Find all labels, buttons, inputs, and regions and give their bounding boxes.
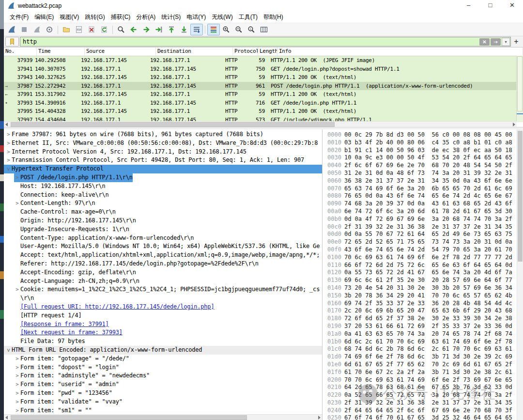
hex-row[interactable]: 018072 6f 6d 65 2f 37 38 2e 30 2e 33 39 … — [323, 315, 523, 323]
packet-row[interactable]: →37987152.272942192.168.177.1192.168.177… — [4, 82, 523, 91]
hex-row[interactable]: 021064 2d 65 78 63 68 61 6e 67 65 3b 76 … — [323, 384, 523, 391]
detail-row[interactable]: [Response in frame: 37991] — [4, 320, 322, 329]
detail-row[interactable]: Accept: text/html,application/xhtml+xml,… — [4, 251, 322, 260]
expander-open-icon[interactable]: v — [5, 346, 12, 355]
scroll-left-arrow[interactable] — [5, 123, 8, 126]
detail-row[interactable]: >Form item: "userid" = "admin" — [4, 380, 322, 389]
detail-link[interactable]: [Next request in frame: 37993] — [20, 329, 123, 336]
colorize-button[interactable] — [207, 24, 220, 35]
menu-item-telephony[interactable]: 电话(Y) — [184, 12, 209, 22]
packet-row[interactable]: 37941140.307075192.168.177.1192.168.177.… — [4, 65, 523, 74]
expander-open-icon[interactable]: v — [5, 165, 12, 173]
filter-clear-button[interactable]: ✕ — [479, 38, 490, 46]
packet-row[interactable]: 37943140.327625192.168.177.145192.168.17… — [4, 73, 523, 82]
detail-row[interactable]: File Data: 97 bytes — [4, 337, 322, 346]
detail-row[interactable]: >Ethernet II, Src: VMware_c0:00:08 (00:5… — [4, 139, 322, 148]
filter-dropdown-caret[interactable]: ▾ — [502, 38, 510, 46]
hex-row[interactable]: 00f043 6f 6e 74 65 6e 74 2d 54 79 70 65 … — [323, 246, 523, 254]
details-horizontal-scrollbar[interactable] — [4, 414, 322, 420]
hex-row[interactable]: 020070 70 6c 69 63 61 74 69 6f 6e 2f 73 … — [323, 376, 523, 384]
hex-row[interactable]: 00a06e 74 72 6f 6c 3a 20 6d 61 78 2d 61 … — [323, 208, 523, 216]
detail-row[interactable]: Host: 192.168.177.145\r\n — [4, 182, 322, 191]
hex-row[interactable]: 0020b1 91 c1 14 00 50 96 03 de ec 38 0f … — [323, 147, 523, 155]
capture-options-button[interactable] — [43, 24, 56, 35]
menu-item-wireless[interactable]: 无线(W) — [209, 12, 235, 22]
expander-closed-icon[interactable]: > — [14, 363, 20, 372]
detail-row[interactable]: [HTTP request 1/4] — [4, 311, 322, 320]
expander-closed-icon[interactable]: > — [14, 285, 20, 294]
detail-row[interactable]: Cache-Control: max-age=0\r\n — [4, 208, 322, 217]
hex-row[interactable]: 01702c 20 6c 69 6b 65 20 47 65 63 6b 6f … — [323, 307, 523, 315]
hex-row[interactable]: 016069 74 2f 35 33 37 2e 33 36 20 28 4b … — [323, 300, 523, 308]
go-forward-button[interactable] — [140, 24, 153, 35]
maximize-button[interactable]: □ — [479, 0, 501, 12]
detail-row[interactable]: >Form item: "validate" = "vvay" — [4, 398, 322, 406]
packet-row[interactable]: 37939140.292508192.168.177.145192.168.17… — [4, 56, 523, 65]
detail-row[interactable]: >Form item: "gotopage" = "/dede/" — [4, 355, 322, 363]
packet-list-horizontal-scrollbar[interactable] — [4, 121, 517, 127]
hex-row[interactable]: 000000 0c 29 7b 8d d3 00 50 56 c0 00 08 … — [323, 131, 523, 139]
filter-add-button[interactable]: + — [511, 37, 522, 47]
hex-row[interactable]: 01c068 74 6d 6c 2b 78 6d 6c 2c 61 70 70 … — [323, 345, 523, 353]
hex-row[interactable]: 01f061 70 6e 67 2c 2a 2f 2a 3b 71 3d 30 … — [323, 369, 523, 376]
detail-row[interactable]: >POST /dede/login.php HTTP/1.1\r\n — [4, 173, 322, 182]
zoom-in-button[interactable] — [220, 24, 232, 35]
column-header-time[interactable]: Time — [37, 47, 85, 56]
hex-row[interactable]: 01503b 20 78 36 34 29 20 41 70 70 6c 65 … — [323, 292, 523, 300]
expander-closed-icon[interactable]: > — [14, 398, 20, 406]
detail-row[interactable]: >Frame 37987: 961 bytes on wire (7688 bi… — [4, 130, 322, 139]
hex-row[interactable]: 013069 6c 6c 61 2f 35 2e 30 20 28 57 69 … — [323, 277, 523, 284]
expander-closed-icon[interactable]: > — [5, 148, 12, 156]
detail-row[interactable]: Referer: http://192.168.177.145/dede/log… — [4, 260, 322, 268]
expander-closed-icon[interactable]: > — [14, 406, 20, 415]
hex-row[interactable]: 010070 6c 69 63 61 74 69 6f 6e 2f 78 2d … — [323, 254, 523, 262]
scrollbar-thumb[interactable] — [517, 56, 523, 111]
expander-closed-icon[interactable]: > — [5, 130, 12, 139]
menu-item-file[interactable]: 文件(F) — [7, 12, 31, 22]
scrollbar-thumb[interactable] — [11, 122, 335, 127]
hex-row[interactable]: 006036 38 2e 31 37 37 2e 31 34 35 0d 0a … — [323, 177, 523, 185]
packet-row[interactable]: •37993154.390916192.168.177.1192.168.177… — [4, 99, 523, 108]
menu-item-tools[interactable]: 工具(T) — [236, 12, 261, 22]
detail-row[interactable]: Connection: keep-alive\r\n — [4, 191, 322, 200]
detail-row[interactable]: Accept-Language: zh-CN,zh;q=0.9\r\n — [4, 277, 322, 286]
menu-item-edit[interactable]: 编辑(E) — [31, 12, 57, 22]
column-header-source[interactable]: Source — [85, 47, 156, 56]
column-header-no[interactable]: No. — [4, 47, 37, 56]
scroll-right-arrow[interactable] — [318, 416, 321, 420]
column-header-length[interactable]: Length — [258, 47, 277, 56]
scroll-left-arrow[interactable] — [5, 416, 8, 420]
hex-row[interactable]: 025067 6f 74 6f 70 61 67 65 3d 25 32 46 … — [323, 414, 523, 420]
scroll-right-arrow[interactable] — [513, 123, 515, 126]
go-to-bottom-button[interactable] — [178, 24, 190, 35]
hex-row[interactable]: 00e072 65 2d 52 65 71 75 65 73 74 73 3a … — [323, 238, 523, 246]
detail-row[interactable]: >Form item: "adminstyle" = "newdedecms" — [4, 372, 322, 380]
menu-item-go[interactable]: 跳转(G) — [82, 12, 108, 22]
hex-row[interactable]: 001003 b3 4f 2b 40 00 80 06 c4 35 c0 a8 … — [323, 139, 523, 147]
auto-scroll-button[interactable] — [190, 24, 203, 35]
hex-row[interactable]: 019037 20 53 61 66 61 72 69 2f 35 33 37 … — [323, 323, 523, 330]
filter-bookmark-button[interactable] — [5, 37, 19, 47]
detail-row[interactable]: >Transmission Control Protocol, Src Port… — [4, 156, 322, 165]
detail-link[interactable]: [Full request URI: http://192.168.177.14… — [20, 303, 214, 310]
display-filter-input[interactable] — [20, 38, 479, 46]
hex-row[interactable]: 00b00d 0a 4f 72 69 67 69 6e 3a 20 68 74 … — [323, 216, 523, 223]
detail-row[interactable]: Upgrade-Insecure-Requests: 1\r\n — [4, 225, 322, 234]
packet-row[interactable]: 37995154.404328192.168.177.145192.168.17… — [4, 107, 523, 116]
hex-vertical-scrollbar[interactable] — [517, 129, 523, 420]
menu-item-statistics[interactable]: 统计(S) — [158, 12, 184, 22]
detail-row[interactable]: >Internet Protocol Version 4, Src: 192.1… — [4, 148, 322, 156]
start-capture-button[interactable] — [5, 24, 18, 35]
go-to-top-button[interactable] — [165, 24, 178, 35]
hex-row[interactable]: 01e06d 61 67 65 2f 77 65 62 70 2c 69 6d … — [323, 361, 523, 369]
expander-closed-icon[interactable]: > — [5, 156, 12, 165]
go-back-button[interactable] — [127, 24, 140, 35]
hex-row[interactable]: 02200a 52 65 66 65 72 65 72 3a 20 68 74 … — [323, 391, 523, 399]
detail-row[interactable]: >Cookie: menuitems=1_1%2C2_1%2C3_1%2C5_1… — [4, 285, 322, 294]
restart-capture-button[interactable] — [31, 24, 43, 35]
column-header-info[interactable]: Info — [277, 47, 523, 56]
hex-row[interactable]: 01d074 69 6f 6e 2f 78 6d 6c 3b 71 3d 30 … — [323, 353, 523, 361]
menu-item-view[interactable]: 视图(V) — [57, 12, 82, 22]
hex-row[interactable]: 011066 6f 72 6d 2d 75 72 6c 65 6e 63 6f … — [323, 262, 523, 269]
menu-item-capture[interactable]: 捕获(C) — [108, 12, 134, 22]
